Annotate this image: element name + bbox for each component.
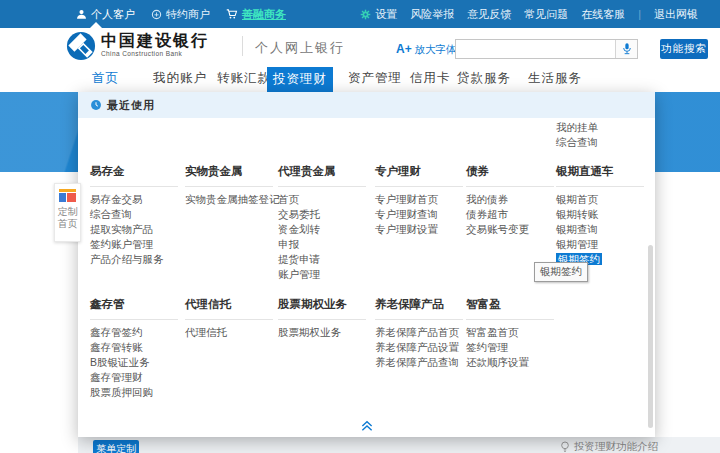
menu-group: 易存金易存金交易综合查询提取实物产品签约账户管理产品介绍与服务 (90, 164, 178, 267)
menu-item-list: 首页交易委托资金划转申报提货申请账户管理 (278, 192, 366, 282)
menu-group: 鑫存管鑫存管签约鑫存管转账B股银证业务鑫存管理财股票质押回购 (90, 297, 178, 400)
font-zoom-control[interactable]: A+ 放大字体 (396, 42, 457, 57)
menu-item[interactable]: 申报 (278, 237, 366, 252)
customize-homepage-widget[interactable]: 定制 首页 (54, 183, 81, 242)
menu-item[interactable]: 交易委托 (278, 207, 366, 222)
faq-link[interactable]: 常见问题 (524, 7, 568, 22)
menu-item[interactable]: 综合查询 (90, 207, 178, 222)
menu-item[interactable]: 产品介绍与服务 (90, 252, 178, 267)
topbar-left-group: 个人客户 特约商户 善融商务 (76, 0, 286, 28)
risk-report-link[interactable]: 风险举报 (410, 7, 454, 22)
voice-search-button[interactable] (615, 40, 637, 58)
collapse-menu-button[interactable] (360, 419, 374, 432)
menu-item[interactable]: 签约管理 (466, 340, 554, 355)
menu-item[interactable]: 综合查询 (556, 135, 598, 150)
menu-group-title: 鑫存管 (90, 297, 178, 320)
menu-group: 债券我的债券债券超市交易账号变更 (466, 164, 554, 237)
menu-item[interactable]: 专户理财设置 (375, 222, 463, 237)
menu-group-title: 银期直通车 (556, 164, 644, 187)
menu-item[interactable]: 银期管理 (556, 237, 644, 252)
nav-tab-7[interactable]: 贷款服务 (457, 64, 511, 92)
nav-tab-1[interactable]: 首页 (92, 64, 119, 92)
menu-item[interactable]: 养老保障产品首页 (375, 325, 463, 340)
risk-report-label: 风险举报 (410, 7, 454, 22)
menu-item[interactable]: 还款顺序设置 (466, 355, 554, 370)
recent-used-band: 最近使用 (78, 92, 655, 118)
menu-group-title: 智富盈 (466, 297, 554, 320)
menu-item-list: 专户理财首页专户理财查询专户理财设置 (375, 192, 463, 237)
menu-item[interactable]: 智富盈首页 (466, 325, 554, 340)
menu-item[interactable]: 银期查询 (556, 222, 644, 237)
feature-intro-label: 投资理财功能介绍 (574, 440, 658, 453)
feedback-link[interactable]: 意见反馈 (467, 7, 511, 22)
menu-item[interactable]: 鑫存管转账 (90, 340, 178, 355)
menu-group: 实物贵金属实物贵金属抽签登记 (185, 164, 273, 207)
clock-icon (90, 99, 102, 111)
menu-group: 养老保障产品养老保障产品首页养老保障产品设置养老保障产品查询 (375, 297, 463, 370)
nav-tab-3[interactable]: 转账汇款 (217, 64, 271, 92)
feature-intro-link[interactable]: 投资理财功能介绍 (560, 440, 658, 453)
menu-item-list: 实物贵金属抽签登记 (185, 192, 273, 207)
menu-group-title: 实物贵金属 (185, 164, 273, 187)
merchant-tab[interactable]: 特约商户 (151, 7, 210, 22)
panel-scrollbar-thumb[interactable] (648, 245, 653, 428)
menu-item[interactable]: 鑫存管签约 (90, 325, 178, 340)
menu-item[interactable]: 提取实物产品 (90, 222, 178, 237)
menu-item[interactable]: 股票期权业务 (278, 325, 366, 340)
menu-item-list: 易存金交易综合查询提取实物产品签约账户管理产品介绍与服务 (90, 192, 178, 267)
menu-item[interactable]: 账户管理 (278, 267, 366, 282)
menu-group: 代理贵金属首页交易委托资金划转申报提货申请账户管理 (278, 164, 366, 282)
online-service-link[interactable]: 在线客服 (581, 7, 625, 22)
logout-link[interactable]: 退出网银 (654, 7, 698, 22)
menu-item[interactable]: 银期转账 (556, 207, 644, 222)
menu-group-title: 股票期权业务 (278, 297, 366, 320)
settings-link[interactable]: 设置 (360, 7, 397, 22)
menu-item[interactable]: 资金划转 (278, 222, 366, 237)
customize-menu-button[interactable]: 菜单定制 (93, 440, 139, 453)
logout-label: 退出网银 (654, 7, 698, 22)
menu-item[interactable]: 我的挂单 (556, 120, 598, 135)
widget-label-line2: 首页 (55, 218, 80, 230)
portal-title: 个人网上银行 (255, 39, 345, 57)
menu-item[interactable]: 代理信托 (185, 325, 273, 340)
menu-group-title: 代理贵金属 (278, 164, 366, 187)
function-search-button[interactable]: 功能搜索 (660, 39, 708, 59)
search-input[interactable] (456, 40, 615, 58)
recent-side-list: 我的挂单 综合查询 (556, 120, 598, 150)
menu-item[interactable]: B股银证业务 (90, 355, 178, 370)
shanrong-commerce-link[interactable]: 善融商务 (226, 7, 286, 22)
menu-item-tooltip: 银期签约 (534, 262, 588, 282)
gear-icon (360, 9, 371, 20)
personal-customer-tab[interactable]: 个人客户 (76, 7, 135, 22)
function-search-box (455, 39, 638, 59)
nav-tab-8[interactable]: 生活服务 (528, 64, 582, 92)
menu-item[interactable]: 提货申请 (278, 252, 366, 267)
lightbulb-icon (560, 441, 570, 453)
bank-header: 中国建设银行 China Construction Bank 个人网上银行 A+… (0, 28, 720, 64)
menu-item[interactable]: 首页 (278, 192, 366, 207)
menu-item[interactable]: 交易账号变更 (466, 222, 554, 237)
nav-tab-2[interactable]: 我的账户 (153, 64, 207, 92)
nav-tab-6[interactable]: 信用卡 (410, 64, 451, 92)
menu-item[interactable]: 银期首页 (556, 192, 644, 207)
menu-item[interactable]: 鑫存管理财 (90, 370, 178, 385)
menu-item[interactable]: 我的债券 (466, 192, 554, 207)
merchant-icon (151, 9, 162, 20)
main-nav: 首页我的账户转账汇款投资理财资产管理信用卡贷款服务生活服务 (0, 64, 720, 92)
menu-item-list: 智富盈首页签约管理还款顺序设置 (466, 325, 554, 370)
header-divider (242, 36, 243, 56)
menu-item[interactable]: 实物贵金属抽签登记 (185, 192, 273, 207)
online-service-label: 在线客服 (581, 7, 625, 22)
menu-item[interactable]: 养老保障产品查询 (375, 355, 463, 370)
menu-item[interactable]: 债券超市 (466, 207, 554, 222)
menu-item[interactable]: 股票质押回购 (90, 385, 178, 400)
menu-item[interactable]: 专户理财查询 (375, 207, 463, 222)
menu-item[interactable]: 养老保障产品设置 (375, 340, 463, 355)
menu-item[interactable]: 签约账户管理 (90, 237, 178, 252)
shanrong-label: 善融商务 (242, 7, 286, 22)
nav-tab-5[interactable]: 资产管理 (348, 64, 402, 92)
menu-item[interactable]: 专户理财首页 (375, 192, 463, 207)
nav-tab-active[interactable]: 投资理财 (267, 67, 333, 92)
investment-mega-menu: 最近使用 我的挂单 综合查询 易存金易存金交易综合查询提取实物产品签约账户管理产… (78, 92, 655, 437)
menu-item[interactable]: 易存金交易 (90, 192, 178, 207)
